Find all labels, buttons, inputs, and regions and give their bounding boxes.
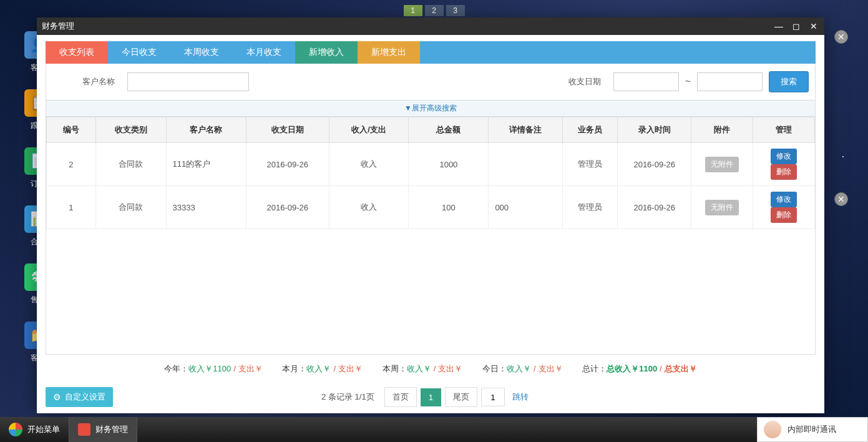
attachment-cell: 无附件 [691, 143, 753, 186]
col-header: 总金额 [409, 117, 489, 143]
search-bar: 客户名称 收支日期 ~ 搜索 [46, 64, 816, 101]
customer-name-label: 客户名称 [52, 76, 121, 87]
customize-button[interactable]: ⚙自定义设置 [46, 387, 113, 407]
customer-name-input[interactable] [127, 72, 249, 91]
cell: 1 [47, 186, 96, 229]
cell: 33333 [166, 186, 246, 229]
desktop-pager: 1 2 3 [404, 5, 465, 16]
pagination: 2 条记录 1/1页 首页 1 尾页 跳转 [321, 387, 532, 407]
taskbar: 开始菜单 财务管理 [0, 417, 868, 442]
total-expense: 总支出￥ [665, 364, 697, 373]
summary-bar: 今年：收入￥1100/支出￥ 本月：收入￥/支出￥ 本周：收入￥/支出￥ 今日：… [46, 355, 816, 383]
window-title: 财务管理 [42, 21, 74, 32]
bg-close-icon[interactable]: ✕ [834, 192, 848, 206]
cell: 1000 [409, 143, 489, 186]
taskbar-item-label: 财务管理 [95, 424, 128, 435]
customize-label: 自定义设置 [65, 391, 105, 403]
close-icon[interactable]: ✕ [808, 21, 819, 31]
desktop-page-1[interactable]: 1 [404, 5, 422, 16]
no-attachment-badge: 无附件 [705, 200, 739, 215]
date-from-input[interactable] [613, 72, 679, 91]
col-header: 录入时间 [618, 117, 691, 143]
action-cell: 修改删除 [753, 186, 815, 229]
page-info: 2 条记录 1/1页 [321, 391, 374, 403]
cell: 收入 [329, 143, 409, 186]
chat-widget[interactable]: 内部即时通讯 [757, 417, 868, 442]
col-header: 编号 [47, 117, 96, 143]
finance-window: 财务管理 — ◻ ✕ 收支列表今日收支本周收支本月收支新增收入新增支出 客户名称… [37, 17, 824, 413]
tab-3[interactable]: 本月收支 [233, 41, 295, 64]
range-separator: ~ [685, 76, 691, 87]
cell: 2016-09-26 [618, 143, 691, 186]
tab-0[interactable]: 收支列表 [46, 41, 108, 64]
month-label: 本月： [282, 364, 306, 373]
tab-5[interactable]: 新增支出 [358, 41, 420, 64]
desktop-page-3[interactable]: 3 [446, 5, 465, 16]
page-1-button[interactable]: 1 [421, 388, 441, 406]
windows-logo-icon [9, 423, 22, 436]
cell: 2016-09-26 [246, 143, 329, 186]
week-income: 收入￥ [407, 364, 431, 373]
delete-button[interactable]: 删除 [771, 207, 797, 223]
col-header: 客户名称 [166, 117, 246, 143]
advanced-search-toggle[interactable]: ▼展开高级搜索 [46, 101, 816, 117]
last-page-button[interactable]: 尾页 [445, 387, 477, 407]
taskbar-item-finance[interactable]: 财务管理 [69, 417, 137, 442]
col-header: 收支日期 [246, 117, 329, 143]
cell: 管理员 [562, 143, 618, 186]
avatar [764, 421, 781, 438]
table-row: 2合同款111的客户2016-09-26收入1000管理员2016-09-26无… [47, 143, 815, 186]
month-expense: 支出￥ [338, 364, 363, 373]
delete-button[interactable]: 删除 [771, 164, 797, 180]
cell: 合同款 [95, 186, 166, 229]
jump-button[interactable]: 跳转 [509, 391, 532, 403]
date-to-input[interactable] [697, 72, 763, 91]
table-row: 1合同款333332016-09-26收入100000管理员2016-09-26… [47, 186, 815, 229]
desktop-page-2[interactable]: 2 [425, 5, 444, 16]
search-button[interactable]: 搜索 [769, 71, 809, 92]
cell: 管理员 [562, 186, 618, 229]
titlebar: 财务管理 — ◻ ✕ [37, 17, 824, 35]
year-income: 收入￥1100 [188, 364, 231, 373]
gear-icon: ⚙ [53, 392, 61, 402]
attachment-cell: 无附件 [691, 186, 753, 229]
cell: 2016-09-26 [246, 186, 329, 229]
edit-button[interactable]: 修改 [771, 149, 797, 164]
cell: 合同款 [95, 143, 166, 186]
year-label: 今年： [164, 364, 188, 373]
edit-button[interactable]: 修改 [771, 192, 797, 207]
cell: 111的客户 [166, 143, 246, 186]
finance-app-icon [78, 423, 90, 436]
action-cell: 修改删除 [753, 143, 815, 186]
tab-4[interactable]: 新增收入 [295, 41, 358, 64]
year-expense: 支出￥ [238, 364, 263, 373]
month-income: 收入￥ [306, 364, 331, 373]
cell [489, 143, 562, 186]
start-label: 开始菜单 [27, 424, 60, 435]
total-income: 总收入￥1100 [607, 364, 657, 373]
day-expense: 支出￥ [539, 364, 563, 373]
date-label: 收支日期 [562, 76, 607, 87]
goto-page-input[interactable] [481, 388, 505, 406]
col-header: 收支类别 [95, 117, 166, 143]
col-header: 管理 [753, 117, 815, 143]
cell: 100 [409, 186, 489, 229]
tab-bar: 收支列表今日收支本周收支本月收支新增收入新增支出 [46, 41, 816, 64]
cell: 2 [47, 143, 96, 186]
start-menu-button[interactable]: 开始菜单 [0, 417, 69, 442]
bg-close-icon[interactable]: ✕ [834, 30, 848, 44]
first-page-button[interactable]: 首页 [384, 387, 417, 407]
col-header: 业务员 [562, 117, 618, 143]
cell: 000 [489, 186, 562, 229]
no-attachment-badge: 无附件 [705, 157, 739, 172]
col-header: 收入/支出 [329, 117, 409, 143]
total-label: 总计： [582, 364, 607, 373]
cell: 2016-09-26 [618, 186, 691, 229]
maximize-icon[interactable]: ◻ [791, 21, 802, 31]
tab-1[interactable]: 今日收支 [108, 41, 170, 64]
tab-2[interactable]: 本周收支 [170, 41, 233, 64]
chat-label: 内部即时通讯 [788, 424, 836, 435]
minimize-icon[interactable]: — [773, 21, 784, 31]
col-header: 附件 [691, 117, 753, 143]
week-expense: 支出￥ [438, 364, 462, 373]
